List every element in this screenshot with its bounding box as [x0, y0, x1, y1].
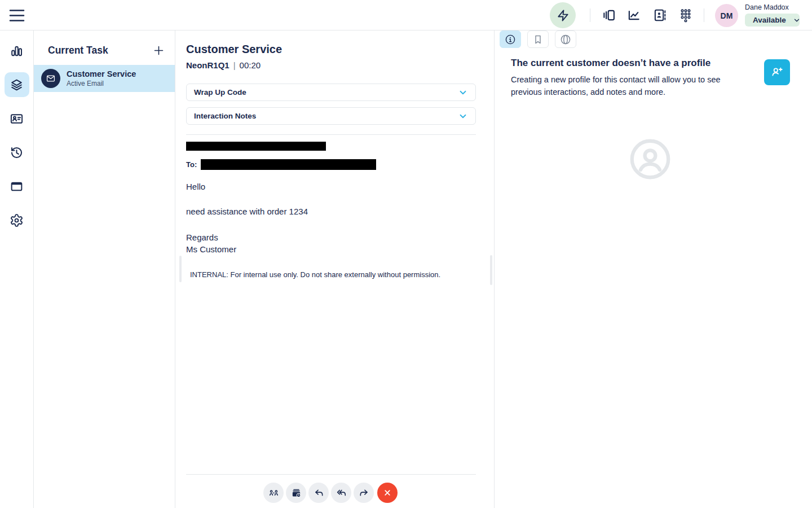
forward-button[interactable] — [354, 483, 374, 503]
info-icon — [505, 34, 516, 45]
email-greeting: Hello — [186, 182, 476, 191]
task-list-panel: Current Task Customer Service Active Ema… — [34, 30, 175, 508]
sidebar-item-history[interactable] — [5, 140, 29, 165]
email-icon — [41, 69, 60, 88]
email-closing-word: Regards — [186, 233, 218, 242]
interaction-panel: Customer Service NeonR1Q1 | 00:20 Wrap U… — [175, 30, 495, 508]
task-item-text: Customer Service Active Email — [67, 69, 136, 87]
history-icon — [10, 146, 24, 160]
quick-actions-icon — [557, 9, 570, 22]
reply-all-button[interactable] — [331, 483, 351, 503]
task-panel-header: Current Task — [34, 30, 175, 65]
email-header-divider — [186, 134, 476, 135]
contact-card-icon — [10, 112, 24, 126]
interaction-meta: NeonR1Q1 | 00:20 — [186, 60, 476, 70]
chevron-down-icon — [458, 111, 468, 121]
header-divider — [704, 8, 704, 22]
bar-chart-icon — [10, 44, 24, 58]
disconnect-button[interactable] — [377, 483, 398, 503]
interactions-button[interactable] — [601, 7, 617, 23]
sidebar-item-performance[interactable] — [5, 38, 29, 63]
interactions-icon — [602, 8, 616, 23]
disconnect-icon — [382, 488, 392, 498]
park-email-icon — [291, 488, 302, 498]
toolbar-divider — [186, 474, 476, 475]
reply-button[interactable] — [308, 483, 329, 503]
transfer-icon — [268, 488, 279, 498]
hamburger-menu-button[interactable] — [8, 7, 25, 23]
sidebar-item-interactions[interactable] — [5, 72, 29, 97]
status-selector[interactable]: Available — [745, 14, 800, 27]
gear-icon — [10, 213, 24, 227]
forward-icon — [359, 488, 369, 498]
chevron-down-icon — [793, 16, 801, 24]
email-signature: Ms Customer — [186, 244, 236, 254]
task-panel-title: Current Task — [48, 45, 108, 56]
performance-icon — [626, 8, 641, 23]
interaction-notes-dropdown[interactable]: Interaction Notes — [186, 107, 476, 125]
dialpad-button[interactable] — [678, 7, 694, 23]
create-profile-button[interactable] — [764, 59, 790, 85]
plus-icon — [153, 45, 165, 56]
sidebar-item-contacts[interactable] — [5, 106, 29, 131]
profile-tabs — [500, 30, 812, 48]
user-avatar[interactable]: DM — [715, 4, 738, 27]
bookmark-icon — [532, 34, 544, 45]
no-profile-heading: The current customer doesn’t have a prof… — [511, 58, 747, 69]
interaction-notes-label: Interaction Notes — [194, 112, 256, 120]
task-item-subtitle: Active Email — [67, 80, 136, 87]
wrap-up-code-label: Wrap Up Code — [194, 88, 246, 97]
directory-icon — [652, 8, 667, 23]
add-task-button[interactable] — [152, 43, 165, 57]
task-item-title: Customer Service — [67, 69, 136, 78]
top-bar: DM Dane Maddox Available — [0, 0, 812, 30]
email-to-row: To: — [186, 159, 476, 170]
header-divider — [590, 8, 590, 22]
profile-panel: The current customer doesn’t have a prof… — [495, 30, 812, 508]
profile-header: The current customer doesn’t have a prof… — [511, 58, 790, 98]
journey-icon — [560, 34, 571, 45]
redacted-recipient — [201, 159, 376, 170]
profile-header-text: The current customer doesn’t have a prof… — [511, 58, 747, 98]
window-icon — [10, 179, 24, 194]
sidebar-rail — [0, 30, 34, 508]
interaction-timer: 00:20 — [240, 60, 261, 70]
email-body: need assistance with order 1234 — [186, 207, 476, 216]
layers-icon — [10, 78, 24, 92]
email-toolbar — [263, 483, 398, 503]
app-body: Current Task Customer Service Active Ema… — [0, 30, 812, 508]
queue-name: NeonR1Q1 — [186, 60, 230, 70]
interaction-title: Customer Service — [186, 43, 476, 56]
reply-icon — [314, 488, 324, 498]
tab-info[interactable] — [500, 30, 521, 48]
park-email-button[interactable] — [286, 483, 306, 503]
wrap-up-code-dropdown[interactable]: Wrap Up Code — [186, 84, 476, 101]
user-block: Dane Maddox Available — [745, 3, 800, 27]
tab-journey[interactable] — [555, 30, 576, 48]
tab-bookmark[interactable] — [527, 30, 549, 48]
profile-placeholder-icon — [626, 135, 674, 183]
transfer-button[interactable] — [263, 483, 284, 503]
directory-button[interactable] — [652, 7, 668, 23]
chevron-down-icon — [458, 87, 468, 98]
reply-all-icon — [336, 488, 347, 498]
hamburger-icon — [8, 8, 25, 23]
no-profile-description: Creating a new profile for this contact … — [511, 74, 747, 98]
email-closing: Regards Ms Customer — [186, 231, 476, 255]
sidebar-item-settings[interactable] — [5, 208, 29, 233]
meta-separator: | — [233, 60, 236, 70]
scrollbar-thumb[interactable] — [179, 256, 182, 282]
person-plus-icon — [770, 65, 784, 79]
redacted-subject — [186, 142, 326, 151]
dialpad-icon — [679, 8, 692, 23]
internal-note: INTERNAL: For internal use only. Do not … — [190, 270, 476, 279]
task-list-item-customer-service[interactable]: Customer Service Active Email — [34, 65, 175, 92]
user-name: Dane Maddox — [745, 3, 800, 11]
performance-button[interactable] — [626, 7, 642, 23]
sidebar-item-apps[interactable] — [5, 174, 29, 199]
quick-actions-button[interactable] — [550, 2, 576, 28]
status-label: Available — [753, 16, 786, 24]
scrollbar-thumb[interactable] — [490, 255, 492, 285]
to-label: To: — [186, 160, 197, 169]
